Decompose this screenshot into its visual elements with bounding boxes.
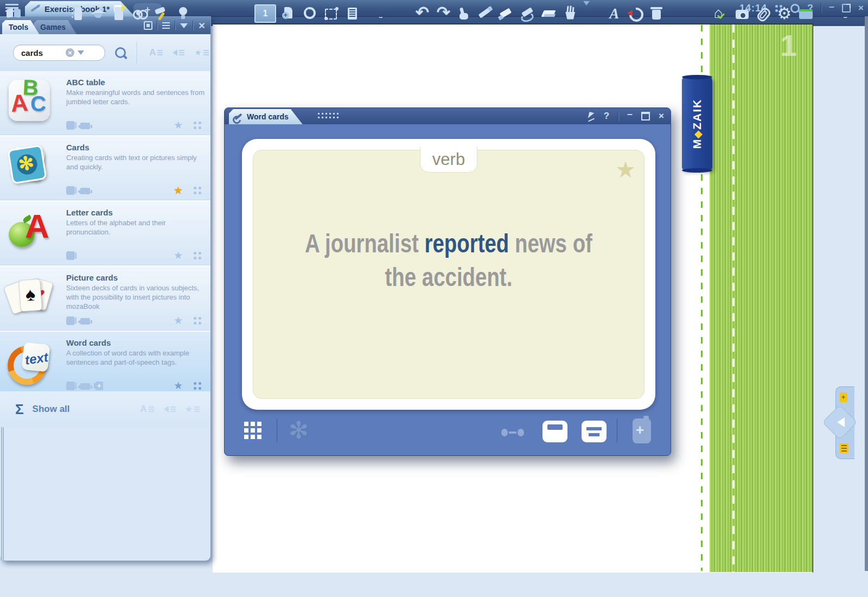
card-grid-view-icon[interactable] (244, 422, 263, 440)
zoomin-icon[interactable] (302, 5, 318, 22)
add-card-icon[interactable] (95, 382, 103, 390)
highlighter-icon[interactable] (499, 5, 515, 22)
tool-item-abc-table[interactable]: ABCABC tableMake meaningful words and se… (0, 71, 210, 136)
close-icon[interactable]: × (858, 3, 864, 14)
book-icon[interactable] (5, 5, 22, 22)
word-card[interactable]: verb ★ A journalist reported news of the… (242, 139, 655, 410)
sort-favorites-icon[interactable]: ★ (194, 47, 208, 58)
tab-tools[interactable]: Tools (2, 20, 39, 34)
search-box[interactable]: ✕ (13, 45, 105, 61)
markerring-icon[interactable] (520, 5, 536, 22)
grid-dots-icon[interactable] (193, 382, 202, 390)
page-number-box[interactable]: 1 (254, 4, 276, 23)
docflag-icon[interactable] (111, 5, 127, 22)
undo-icon[interactable]: ↶ (414, 5, 430, 22)
window-minimize-icon[interactable]: – (627, 109, 633, 120)
smallcaret-icon[interactable] (583, 5, 592, 22)
grid-dots-icon[interactable] (193, 251, 202, 260)
mozaik-ribbon-label: M◆ZAIK (691, 99, 704, 149)
add-page-icon[interactable] (840, 392, 847, 402)
hammer-icon[interactable] (154, 5, 170, 22)
show-all-row[interactable]: Σ Show all A ★ (0, 391, 210, 427)
card-text-view-icon[interactable] (582, 421, 607, 442)
window-close-icon[interactable]: × (659, 111, 664, 122)
tool-item-word-cards[interactable]: textWord cardsA collection of word cards… (0, 332, 210, 397)
favorite-star-icon[interactable]: ★ (174, 251, 184, 260)
tool-item-picture-cards[interactable]: ♠Picture cardsSixteen decks of cards in … (0, 266, 210, 332)
tool-item-actions (66, 186, 90, 195)
trash-icon[interactable] (648, 5, 665, 22)
tab-games[interactable]: Games (34, 20, 76, 34)
booklet-icon[interactable] (69, 5, 85, 22)
fontA-icon[interactable]: A (606, 5, 622, 22)
video-demo-icon[interactable] (80, 318, 90, 325)
gear-icon[interactable]: ⚙ (776, 5, 793, 22)
sort-alphabetical-icon[interactable]: A (140, 404, 154, 415)
sidebar-items: ABCABC tableMake meaningful words and se… (0, 71, 210, 397)
window-help-icon[interactable]: ? (604, 111, 609, 122)
window-maximize-icon[interactable] (641, 112, 650, 120)
help-icon[interactable] (66, 186, 75, 195)
brushcup-icon[interactable] (562, 5, 578, 22)
sort-alphabetical-icon[interactable]: A (149, 47, 163, 58)
sort-favorites-icon[interactable]: ★ (186, 404, 200, 415)
video-demo-icon[interactable] (80, 123, 90, 129)
favorite-star-icon[interactable]: ★ (174, 382, 184, 390)
penciler-icon[interactable] (477, 5, 494, 22)
lasso-icon[interactable] (323, 5, 340, 22)
minimize-icon[interactable]: – (829, 1, 834, 12)
tool-item-letter-cards[interactable]: ALetter cardsLetters of the alphabet and… (0, 201, 210, 266)
help-icon[interactable] (66, 121, 75, 130)
card-front-view-icon[interactable] (542, 421, 567, 442)
favorite-star-icon[interactable]: ★ (174, 316, 184, 325)
page-edge-green-stripes[interactable]: 1 (710, 24, 813, 572)
pencil-icon (30, 5, 39, 12)
drag-handle-dots[interactable] (317, 112, 339, 120)
toolbox-icon[interactable] (797, 5, 814, 22)
redo-icon[interactable]: ↷ (435, 5, 451, 22)
grid-dots-icon[interactable] (193, 121, 202, 130)
search-dropdown-icon[interactable] (78, 50, 84, 55)
favorite-star-icon[interactable]: ★ (174, 121, 184, 130)
binoculars-icon[interactable] (132, 5, 149, 22)
grid-dots-icon[interactable] (193, 316, 202, 325)
help-icon[interactable] (66, 316, 75, 325)
sort-recent-icon[interactable] (173, 47, 184, 58)
camera-icon[interactable] (734, 5, 750, 22)
favorite-star-icon[interactable]: ★ (174, 186, 184, 195)
homecheck-icon[interactable] (713, 5, 729, 22)
bulb-icon[interactable] (175, 5, 191, 22)
pageadd-icon[interactable] (281, 5, 297, 22)
card-side-toggle-icon[interactable] (501, 428, 525, 436)
card-favorite-star-icon[interactable]: ★ (615, 156, 636, 183)
mozaik-bookmark-ribbon[interactable]: M◆ZAIK (682, 77, 712, 170)
icon-art-glyph: C (30, 92, 46, 116)
help-icon[interactable] (66, 382, 75, 390)
divider (617, 418, 617, 442)
grid-dots-icon[interactable] (193, 186, 202, 195)
search-input[interactable] (20, 48, 66, 58)
pen-tool-icon[interactable] (588, 112, 595, 120)
insert-card-icon[interactable] (633, 418, 651, 443)
eraserflat-icon[interactable] (541, 5, 557, 22)
tool-item-cards[interactable]: ✻CardsCreating cards with text or pictur… (0, 136, 210, 201)
help-icon[interactable] (66, 251, 75, 260)
clipboard-icon[interactable] (840, 443, 848, 453)
paperclip-icon[interactable] (755, 5, 771, 22)
listbars-icon[interactable] (344, 5, 361, 22)
search-go-icon[interactable] (115, 47, 126, 58)
show-all-label[interactable]: Show all (33, 404, 70, 415)
gradcap-icon[interactable] (90, 5, 106, 22)
video-demo-icon[interactable] (80, 383, 90, 390)
sort-recent-icon[interactable] (164, 404, 176, 415)
collapse-left-arrow-icon[interactable] (837, 417, 845, 427)
video-demo-icon[interactable] (80, 188, 90, 194)
word-cards-titlebar[interactable]: Word cards ? – × (225, 108, 671, 124)
handpen-icon[interactable] (456, 5, 473, 22)
clear-search-icon[interactable]: ✕ (66, 48, 74, 57)
rotate-icon[interactable] (627, 5, 643, 22)
restore-icon[interactable] (842, 4, 851, 12)
word-cards-window-tab[interactable]: Word cards (229, 109, 303, 124)
card-back-pattern-icon[interactable]: ✻ (289, 416, 309, 444)
close-panel-icon[interactable]: ✕ (193, 17, 210, 34)
